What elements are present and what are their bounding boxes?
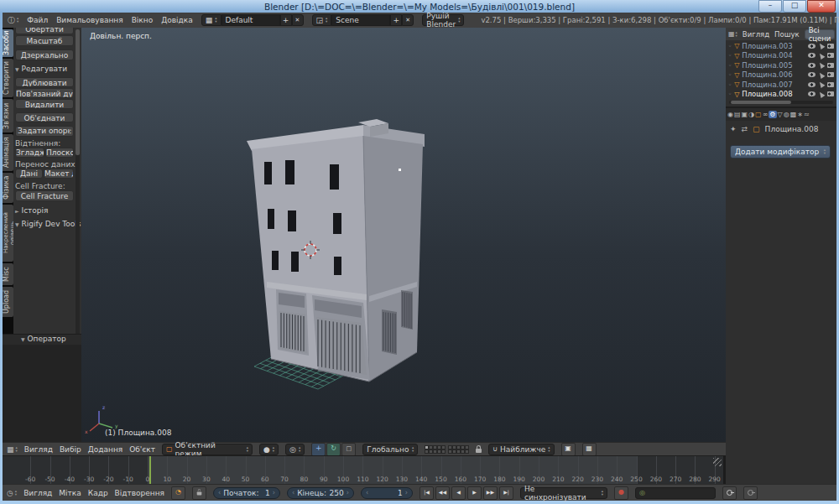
auto-keyframe-record-icon[interactable]: ● (614, 486, 628, 500)
object-name[interactable]: Площина.008 (742, 90, 792, 98)
selectability-cursor-icon[interactable] (818, 91, 826, 98)
visibility-eye-icon[interactable] (808, 63, 816, 68)
delete-button[interactable]: Видалити (15, 99, 74, 109)
decrement-arrow[interactable]: ‹ (292, 489, 294, 496)
shelf-tab-animation[interactable]: Анімація (3, 134, 13, 171)
pin-icon[interactable]: ✦ (730, 125, 737, 133)
outliner-row[interactable]: ◦ ▽ Площина.005 (726, 60, 836, 70)
scale-button[interactable]: Масштаб (15, 35, 74, 46)
visibility-eye-icon[interactable] (808, 91, 816, 96)
object-name[interactable]: Площина.007 (742, 81, 792, 89)
expander-icon[interactable]: ◦ (728, 43, 732, 49)
renderability-camera-icon[interactable] (827, 44, 834, 49)
tab-particles[interactable]: ∗ (797, 111, 803, 118)
rotate-manipulator-icon[interactable]: ↻ (326, 443, 341, 456)
viewport-canvas[interactable] (81, 28, 726, 442)
play-button[interactable]: ▶ (467, 486, 482, 500)
play-reverse-button[interactable]: ◀ (451, 486, 466, 500)
outliner-row[interactable]: ◦ ▽ Площина.003 (726, 41, 836, 51)
selectability-cursor-icon[interactable] (818, 52, 826, 60)
increment-arrow[interactable]: › (273, 489, 275, 496)
menu-object[interactable]: Об'єкт (129, 445, 155, 454)
tab-render-layers[interactable]: ▤ (734, 111, 741, 118)
visibility-eye-icon[interactable] (808, 44, 816, 49)
shelf-tab-tools[interactable]: Засоби (3, 29, 13, 57)
add-modifier-button[interactable]: Додати модифікатор ▴▾ (730, 145, 831, 158)
outliner-row[interactable]: ◦ ▽ Площина.007 (726, 80, 836, 90)
tab-scene[interactable]: ▣ (742, 111, 748, 118)
timeline-menu-frame[interactable]: Кадр (88, 489, 108, 497)
close-button[interactable]: ✕ (807, 0, 836, 13)
snap-dropdown[interactable]: ∪ Найближче ▴▾ (488, 444, 554, 455)
selectability-cursor-icon[interactable] (818, 71, 826, 79)
rotate-button[interactable]: Обертати (15, 28, 74, 34)
tab-data[interactable]: ▽ (778, 111, 783, 118)
renderability-camera-icon[interactable] (827, 63, 834, 68)
pivot-dropdown[interactable]: ◎ ▴▾ (285, 444, 305, 455)
visibility-eye-icon[interactable] (808, 72, 816, 77)
editor-type-button-outliner[interactable]: ▦ ▴▾ (728, 30, 737, 38)
tab-object[interactable]: ▢ (755, 111, 762, 118)
edit-panel-header[interactable]: ▼ Редагувати (15, 65, 67, 73)
shade-flat-button[interactable]: Плоско (45, 148, 74, 158)
opengl-render-image-icon[interactable]: ▣ (561, 443, 576, 456)
add-layout-button[interactable]: + (280, 14, 292, 26)
lock-time-icon[interactable] (192, 486, 206, 500)
transfer-data-button[interactable]: Дані (15, 169, 43, 179)
outliner-hscrollbar-thumb[interactable] (731, 101, 791, 104)
tab-world[interactable]: ◑ (748, 111, 754, 118)
shelf-tab-misc[interactable]: Misc (3, 263, 13, 285)
duplicate-linked-button[interactable]: Пов'язаний дуб... (15, 88, 74, 98)
set-origin-dropdown[interactable]: Задати опорн... ▴▾ (15, 126, 74, 137)
frame-end-field[interactable]: ‹ Кінець: 250 › (287, 487, 354, 499)
join-button[interactable]: Об'єднати (15, 112, 74, 122)
object-name[interactable]: Площина.005 (742, 61, 792, 70)
add-scene-button[interactable]: + (390, 14, 402, 26)
current-frame-line[interactable] (149, 456, 151, 484)
expander-icon[interactable]: ◦ (728, 91, 732, 97)
layer-toggle[interactable] (465, 449, 469, 454)
jump-to-end-button[interactable]: ▶| (499, 486, 513, 500)
opengl-render-anim-icon[interactable]: ▦ (582, 443, 597, 456)
translate-manipulator-icon[interactable]: + (311, 443, 326, 456)
timeline-menu-marker[interactable]: Мітка (59, 489, 81, 497)
decrement-arrow[interactable]: ‹ (366, 489, 368, 496)
increment-arrow[interactable]: › (347, 489, 349, 496)
layers-widget[interactable] (425, 445, 469, 454)
tab-render[interactable]: ◉ (727, 111, 733, 118)
shelf-scrollbar-thumb[interactable] (76, 29, 80, 155)
renderability-camera-icon[interactable] (827, 82, 834, 87)
outliner-filter-dropdown[interactable]: Всі сцени (805, 29, 836, 39)
lock-to-scene-icon[interactable] (476, 449, 482, 453)
frame-start-field[interactable]: ‹ Початок: 1 › (213, 487, 280, 499)
prev-keyframe-button[interactable]: ◀◀ (435, 486, 450, 500)
screen-layout-name-field[interactable]: Default (221, 14, 280, 26)
delete-scene-button[interactable]: ✕ (402, 14, 414, 26)
tab-material[interactable]: ◍ (784, 111, 789, 118)
context-swap-icon[interactable]: ⇄ (742, 125, 748, 133)
rigify-panel-header[interactable]: ▼ Rigify Dev Tools (15, 220, 81, 228)
outliner-row-selected[interactable]: ◦ ▽ Площина.008 (726, 90, 836, 100)
duplicate-button[interactable]: Дублювати (15, 77, 74, 87)
menu-file[interactable]: Файл (27, 16, 48, 24)
sync-dropdown[interactable]: Не синхронізувати ▴▾ (520, 487, 607, 499)
renderability-camera-icon[interactable] (827, 91, 834, 96)
menu-render[interactable]: Вимальовування (56, 16, 123, 24)
editor-type-button-info[interactable]: ⓘ ▴▾ (8, 15, 18, 26)
expander-icon[interactable]: ◦ (728, 81, 732, 88)
mode-dropdown[interactable]: ▢ Об'єктний режим ▴▾ (162, 444, 253, 455)
current-frame-field[interactable]: ‹ 1 › (361, 487, 413, 499)
jump-to-start-button[interactable]: |◀ (420, 486, 434, 500)
increment-arrow[interactable]: › (405, 489, 408, 496)
layer-toggle[interactable] (441, 449, 446, 454)
next-keyframe-button[interactable]: ▶▶ (483, 486, 498, 500)
delete-layout-button[interactable]: ✕ (292, 14, 304, 26)
outliner-row[interactable]: ◦ ▽ Площина.006 (726, 70, 836, 81)
delete-keyframe-icon[interactable] (743, 486, 758, 500)
object-name[interactable]: Площина.004 (742, 51, 792, 60)
selectability-cursor-icon[interactable] (818, 42, 826, 49)
tab-texture[interactable]: ▩ (790, 111, 797, 118)
editor-corner-grip[interactable] (713, 458, 722, 466)
scene-icon-button[interactable]: ◲ ▴▾ (312, 14, 332, 26)
cell-fracture-button[interactable]: Cell Fracture (15, 190, 74, 201)
